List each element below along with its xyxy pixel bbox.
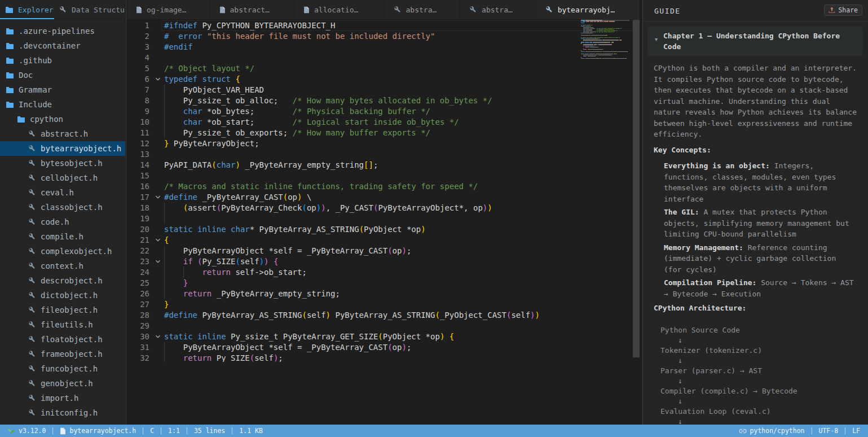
- wrench-icon: [59, 6, 67, 14]
- line-number: 1: [127, 20, 149, 31]
- status-filename[interactable]: bytearrayobject.h: [60, 427, 136, 435]
- tree-item-bytesobject-h[interactable]: bytesobject.h: [0, 156, 125, 171]
- status-language[interactable]: C: [150, 427, 154, 435]
- code-line-22[interactable]: 22 PyByteArrayObject *self = _PyByteArra…: [127, 246, 640, 256]
- tree-item--devcontainer[interactable]: .devcontainer: [0, 38, 125, 53]
- line-number: 29: [127, 321, 149, 331]
- status-separator: [232, 427, 232, 434]
- tree-item-fileutils-h[interactable]: fileutils.h: [0, 317, 125, 332]
- tree-item-genobject-h[interactable]: genobject.h: [0, 376, 125, 391]
- tree-item-complexobject-h[interactable]: complexobject.h: [0, 244, 125, 259]
- editor-scrollbar-thumb[interactable]: [633, 20, 640, 357]
- code-line-9[interactable]: 9 char *ob_bytes; /* Physical backing bu…: [127, 106, 640, 117]
- code-line-29[interactable]: 29: [127, 321, 640, 331]
- code-line-1[interactable]: 1#ifndef Py_CPYTHON_BYTEARRAYOBJECT_H: [127, 20, 640, 31]
- tree-item-Include[interactable]: Include: [0, 97, 125, 112]
- fold-chevron-icon[interactable]: [152, 74, 164, 85]
- tree-item--azure-pipelines[interactable]: .azure-pipelines: [0, 24, 125, 38]
- status-repo-link[interactable]: python/cpython: [739, 427, 805, 435]
- status-version[interactable]: v3.12.0: [7, 427, 46, 435]
- status-encoding[interactable]: UTF-8: [819, 427, 839, 435]
- tree-item-cellobject-h[interactable]: cellobject.h: [0, 171, 125, 185]
- code-line-4[interactable]: 4: [127, 53, 640, 63]
- tree-item--github[interactable]: .github: [0, 53, 125, 68]
- editor-tab-2[interactable]: abstract…: [210, 0, 295, 19]
- wrench-icon: [28, 321, 36, 329]
- fold-chevron-icon[interactable]: [152, 235, 164, 246]
- editor-tab-6[interactable]: bytearrayobj…: [536, 0, 640, 19]
- code-editor[interactable]: 1#ifndef Py_CPYTHON_BYTEARRAYOBJECT_H2# …: [127, 19, 640, 362]
- tree-item-code-h[interactable]: code.h: [0, 215, 125, 229]
- tree-item-context-h[interactable]: context.h: [0, 259, 125, 273]
- guide-panel-title: GUIDE: [654, 7, 681, 15]
- code-line-5[interactable]: 5/* Object layout */: [127, 63, 640, 74]
- minimap[interactable]: [581, 20, 629, 62]
- code-line-7[interactable]: 7 PyObject_VAR_HEAD: [127, 85, 640, 95]
- code-line-20[interactable]: 20static inline char* PyByteArray_AS_STR…: [127, 224, 640, 235]
- code-line-30[interactable]: 30static inline Py_ssize_t PyByteArray_G…: [127, 331, 640, 342]
- line-number: 23: [127, 256, 149, 267]
- code-line-16[interactable]: 16/* Macros and static inline functions,…: [127, 181, 640, 192]
- code-line-6[interactable]: 6typedef struct {: [127, 74, 640, 85]
- tree-item-floatobject-h[interactable]: floatobject.h: [0, 332, 125, 347]
- tree-item-import-h[interactable]: import.h: [0, 391, 125, 405]
- line-number: 5: [127, 63, 149, 74]
- chapter-header[interactable]: ▾ Chapter 1 — Understanding CPython Befo…: [647, 26, 863, 56]
- code-line-32[interactable]: 32 return Py_SIZE(self);: [127, 353, 640, 362]
- tree-item-classobject-h[interactable]: classobject.h: [0, 200, 125, 215]
- code-line-19[interactable]: 19: [127, 213, 640, 224]
- code-line-17[interactable]: 17#define _PyByteArray_CAST(op) \: [127, 192, 640, 203]
- tree-item-fileobject-h[interactable]: fileobject.h: [0, 303, 125, 317]
- code-line-12[interactable]: 12} PyByteArrayObject;: [127, 138, 640, 149]
- code-line-23[interactable]: 23 if (Py_SIZE(self)) {: [127, 256, 640, 267]
- tree-item-bytearrayobject-h[interactable]: bytearrayobject.h: [0, 141, 125, 156]
- code-line-24[interactable]: 24 return self->ob_start;: [127, 267, 640, 278]
- fold-chevron-icon[interactable]: [152, 256, 164, 267]
- code-line-8[interactable]: 8 Py_ssize_t ob_alloc; /* How many bytes…: [127, 95, 640, 106]
- tree-item-frameobject-h[interactable]: frameobject.h: [0, 347, 125, 361]
- code-line-2[interactable]: 2# error "this header file must not be i…: [127, 31, 640, 42]
- tree-item-cpython[interactable]: cpython: [0, 112, 125, 126]
- code-line-10[interactable]: 10 char *ob_start; /* Logical start insi…: [127, 117, 640, 128]
- sidebar-tab-explorer[interactable]: Explorer: [0, 0, 54, 19]
- tree-item-ceval-h[interactable]: ceval.h: [0, 185, 125, 200]
- tree-item-dictobject-h[interactable]: dictobject.h: [0, 288, 125, 303]
- fold-chevron-icon[interactable]: [152, 192, 164, 203]
- editor-tab-5[interactable]: abstra…: [460, 0, 536, 19]
- code-line-21[interactable]: 21{: [127, 235, 640, 246]
- code-line-15[interactable]: 15: [127, 171, 640, 181]
- concept-item-1: Everything is an object: Integers, funct…: [664, 160, 856, 204]
- line-number: 4: [127, 53, 149, 63]
- code-line-25[interactable]: 25 }: [127, 278, 640, 289]
- tree-item-initconfig-h[interactable]: initconfig.h: [0, 405, 125, 420]
- status-file-size[interactable]: 1.1 KB: [239, 427, 263, 435]
- tree-item-abstract-h[interactable]: abstract.h: [0, 126, 125, 141]
- code-line-31[interactable]: 31 PyByteArrayObject *self = _PyByteArra…: [127, 342, 640, 353]
- tree-item-funcobject-h[interactable]: funcobject.h: [0, 361, 125, 376]
- sidebar-tab-data-structures[interactable]: Data Structures: [54, 0, 125, 19]
- tree-item-Grammar[interactable]: Grammar: [0, 82, 125, 97]
- code-line-3[interactable]: 3#endif: [127, 42, 640, 53]
- share-button[interactable]: Share: [824, 5, 862, 16]
- editor-tab-3[interactable]: allocatio…: [294, 0, 384, 19]
- code-line-28[interactable]: 28#define PyByteArray_AS_STRING(self) Py…: [127, 310, 640, 321]
- status-eol[interactable]: LF: [852, 427, 860, 435]
- editor-tab-4[interactable]: abstra…: [385, 0, 461, 19]
- code-line-18[interactable]: 18 (assert(PyByteArray_Check(op)), _Py_C…: [127, 203, 640, 213]
- wrench-icon: [28, 379, 36, 387]
- file-tree: .azure-pipelines.devcontainer.githubDocG…: [0, 24, 125, 420]
- tree-item-Doc[interactable]: Doc: [0, 68, 125, 82]
- code-line-14[interactable]: 14PyAPI_DATA(char) _PyByteArray_empty_st…: [127, 160, 640, 171]
- concept-label: The GIL:: [664, 208, 699, 216]
- code-line-26[interactable]: 26 return _PyByteArray_empty_string;: [127, 289, 640, 299]
- status-cursor-position[interactable]: 1:1: [168, 427, 180, 435]
- tree-item-compile-h[interactable]: compile.h: [0, 229, 125, 244]
- status-line-count[interactable]: 35 lines: [194, 427, 225, 435]
- line-number: 15: [127, 171, 149, 181]
- code-line-13[interactable]: 13: [127, 149, 640, 160]
- code-line-27[interactable]: 27}: [127, 299, 640, 310]
- editor-tab-1[interactable]: og-image…: [127, 0, 210, 19]
- tree-item-descrobject-h[interactable]: descrobject.h: [0, 273, 125, 288]
- code-line-11[interactable]: 11 Py_ssize_t ob_exports; /* How many bu…: [127, 128, 640, 138]
- fold-chevron-icon[interactable]: [152, 331, 164, 342]
